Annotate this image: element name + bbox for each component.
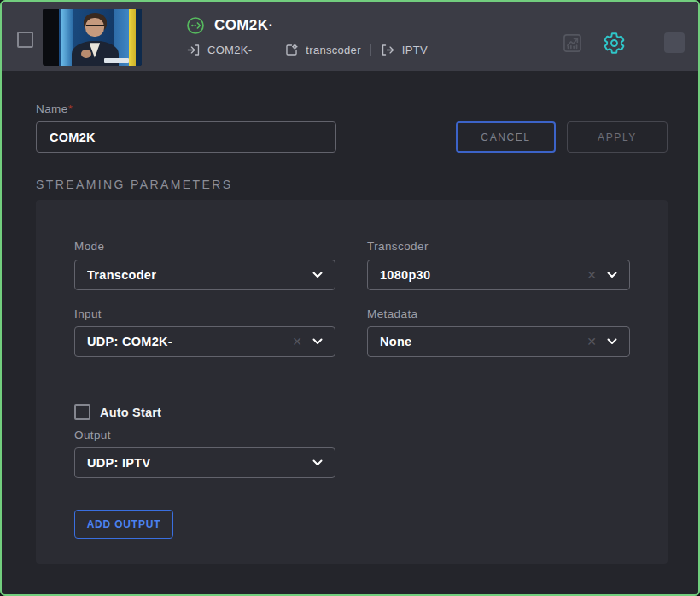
stream-config-window: COM2K· COM2K- — [0, 0, 700, 596]
mode-select[interactable]: Transcoder — [74, 260, 335, 290]
apply-button[interactable]: APPLY — [567, 121, 668, 153]
input-label: Input — [74, 307, 102, 320]
metadata-value: None — [380, 335, 586, 348]
transcoder-icon — [284, 43, 299, 57]
section-title: STREAMING PARAMETERS — [36, 178, 233, 191]
breadcrumb-transcoder: transcoder — [284, 43, 360, 57]
required-mark: * — [68, 102, 73, 115]
header-divider — [645, 25, 645, 61]
chevron-down-icon — [312, 459, 323, 466]
name-label: Name* — [36, 102, 73, 115]
mode-label: Mode — [74, 240, 104, 253]
clear-icon[interactable]: ✕ — [586, 269, 597, 281]
auto-start-checkbox[interactable] — [74, 404, 90, 420]
stop-button[interactable] — [664, 32, 685, 53]
mode-value: Transcoder — [87, 268, 312, 282]
select-checkbox[interactable] — [17, 32, 33, 48]
chevron-down-icon — [607, 272, 617, 278]
auto-start-label: Auto Start — [100, 406, 161, 419]
clear-icon[interactable]: ✕ — [292, 336, 302, 348]
stats-chart-icon[interactable] — [561, 32, 584, 55]
header-bar: COM2K· COM2K- — [2, 2, 698, 71]
cancel-button[interactable]: CANCEL — [456, 121, 556, 153]
output-value: UDP: IPTV — [87, 456, 312, 470]
clear-icon[interactable]: ✕ — [586, 336, 597, 348]
chevron-down-icon — [312, 272, 323, 278]
video-thumbnail[interactable] — [43, 9, 142, 66]
transcoder-select[interactable]: 1080p30 ✕ — [367, 260, 630, 290]
breadcrumb-divider — [370, 44, 371, 56]
breadcrumb-input-label: COM2K- — [207, 44, 252, 56]
breadcrumb-input: COM2K- — [186, 43, 252, 57]
stream-status-icon — [186, 16, 205, 35]
metadata-label: Metadata — [367, 307, 418, 320]
page-title: COM2K· — [214, 17, 273, 34]
breadcrumb-output: IPTV — [381, 43, 428, 57]
transcoder-value: 1080p30 — [380, 268, 586, 282]
auto-start-toggle[interactable]: Auto Start — [74, 404, 161, 420]
output-label: Output — [74, 429, 111, 441]
transcoder-label: Transcoder — [367, 240, 429, 253]
metadata-select[interactable]: None ✕ — [367, 326, 630, 357]
title-row: COM2K· — [186, 16, 273, 35]
breadcrumb: COM2K- transcoder — [186, 43, 428, 57]
chevron-down-icon — [607, 338, 617, 345]
input-value: UDP: COM2K- — [87, 335, 292, 348]
chevron-down-icon — [312, 338, 323, 345]
input-select[interactable]: UDP: COM2K- ✕ — [74, 326, 335, 357]
breadcrumb-output-label: IPTV — [402, 44, 428, 56]
add-output-button[interactable]: ADD OUTPUT — [74, 510, 173, 539]
gear-icon[interactable] — [603, 32, 626, 55]
header-actions — [561, 25, 685, 61]
breadcrumb-transcoder-label: transcoder — [306, 44, 360, 56]
name-input[interactable] — [36, 121, 336, 153]
output-icon — [381, 43, 395, 57]
input-source-icon — [186, 43, 201, 57]
output-select[interactable]: UDP: IPTV — [74, 447, 335, 478]
